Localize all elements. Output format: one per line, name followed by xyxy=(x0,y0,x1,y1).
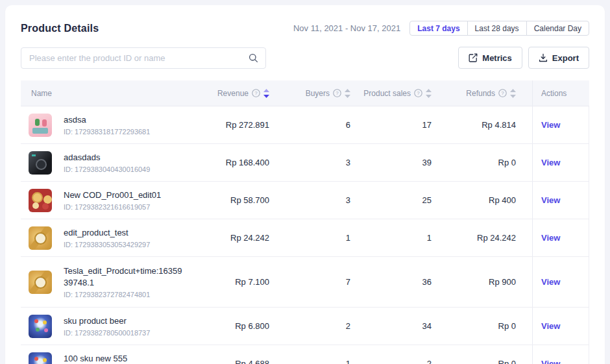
table-row: edit_product_test ID: 172938305305342929… xyxy=(21,219,589,257)
product-name: adasdads xyxy=(64,152,150,164)
date-range-label: Nov 11, 2021 - Nov 17, 2021 xyxy=(293,23,400,33)
product-thumbnail xyxy=(29,114,52,137)
svg-text:?: ? xyxy=(254,90,258,96)
help-icon[interactable]: ? xyxy=(498,89,507,97)
view-link[interactable]: View xyxy=(541,277,560,287)
view-link[interactable]: View xyxy=(541,359,560,364)
date-range-switcher: Last 7 days Last 28 days Calendar Day xyxy=(409,21,589,36)
table-row: New COD_Pro001_edit01 ID: 17293823216166… xyxy=(21,182,589,219)
metrics-button-label: Metrics xyxy=(482,53,512,63)
view-link[interactable]: View xyxy=(541,233,560,243)
title-row: Product Details Nov 11, 2021 - Nov 17, 2… xyxy=(5,5,605,36)
buyers-value: 7 xyxy=(269,277,350,287)
product-sales-value: 36 xyxy=(350,277,432,287)
product-name: asdsa xyxy=(64,114,150,126)
column-header-buyers[interactable]: Buyers ? xyxy=(269,89,350,98)
refunds-value: Rp 4.814 xyxy=(432,120,532,130)
product-name: New COD_Pro001_edit01 xyxy=(64,189,161,201)
view-link[interactable]: View xyxy=(541,321,560,331)
revenue-value: Rp 24.242 xyxy=(191,233,269,243)
table-row: 100 sku new 555 ID: 1729382780500018738 … xyxy=(21,345,589,364)
table-row: sku product beer ID: 1729382780500018737… xyxy=(21,308,589,345)
sort-control-revenue[interactable] xyxy=(263,89,269,98)
buyers-value: 3 xyxy=(269,195,350,205)
page-title: Product Details xyxy=(21,23,99,34)
column-label-refunds: Refunds xyxy=(466,89,495,98)
edit-square-icon xyxy=(469,53,478,62)
column-label-revenue: Revenue xyxy=(217,89,249,98)
buyers-value: 1 xyxy=(269,233,350,243)
toolbar: Metrics Export xyxy=(5,47,605,69)
table-row: asdsa ID: 1729383181772293681 Rp 272.891… xyxy=(21,106,589,144)
table-row: Tesla_edit_Prodcut+time:1635939748.1 ID:… xyxy=(21,257,589,308)
buyers-value: 1 xyxy=(269,359,350,364)
revenue-value: Rp 4.688 xyxy=(191,359,269,364)
refunds-value: Rp 0 xyxy=(432,158,532,167)
toolbar-buttons: Metrics Export xyxy=(458,47,589,69)
product-sales-value: 34 xyxy=(350,321,432,331)
buyers-value: 6 xyxy=(269,120,350,130)
column-header-actions: Actions xyxy=(532,80,589,106)
buyers-value: 3 xyxy=(269,158,350,167)
product-thumbnail xyxy=(29,315,52,338)
product-thumbnail xyxy=(29,352,52,364)
table-row: adasdads ID: 1729383040430016049 Rp 168.… xyxy=(21,144,589,182)
view-link[interactable]: View xyxy=(541,195,560,205)
revenue-value: Rp 58.700 xyxy=(191,195,269,205)
refunds-value: Rp 400 xyxy=(432,195,532,205)
buyers-value: 2 xyxy=(269,321,350,331)
sort-control-product-sales[interactable] xyxy=(426,89,432,98)
product-name: Tesla_edit_Prodcut+time:1635939748.1 xyxy=(64,265,182,288)
product-sales-value: 25 xyxy=(350,195,432,205)
view-link[interactable]: View xyxy=(541,120,560,130)
product-search xyxy=(21,47,266,69)
refunds-value: Rp 900 xyxy=(432,277,532,287)
product-name: edit_product_test xyxy=(64,227,150,239)
sort-control-buyers[interactable] xyxy=(345,89,350,98)
product-id: ID: 1729383181772293681 xyxy=(64,128,150,136)
refunds-value: Rp 24.242 xyxy=(432,233,532,243)
product-sales-value: 2 xyxy=(350,359,432,364)
svg-text:?: ? xyxy=(501,90,504,96)
product-sales-value: 39 xyxy=(350,158,432,167)
product-sales-value: 17 xyxy=(350,120,432,130)
range-last-28-days[interactable]: Last 28 days xyxy=(467,21,527,36)
revenue-value: Rp 6.800 xyxy=(191,321,269,331)
product-id: ID: 1729382321616619057 xyxy=(64,203,161,211)
download-icon xyxy=(539,53,548,62)
view-link[interactable]: View xyxy=(541,158,560,167)
refunds-value: Rp 0 xyxy=(432,359,532,364)
column-header-product-sales[interactable]: Product sales ? xyxy=(350,89,432,98)
export-button[interactable]: Export xyxy=(528,47,589,69)
help-icon[interactable]: ? xyxy=(414,89,422,97)
product-thumbnail xyxy=(29,189,52,212)
column-header-refunds[interactable]: Refunds ? xyxy=(432,89,532,98)
column-label-product-sales: Product sales xyxy=(363,89,411,98)
product-table: Name Revenue ? Buyers ? xyxy=(21,80,589,364)
product-name: 100 sku new 555 xyxy=(64,353,150,364)
range-last-7-days[interactable]: Last 7 days xyxy=(409,21,467,36)
svg-text:?: ? xyxy=(336,90,339,96)
search-icon[interactable] xyxy=(249,53,258,63)
product-thumbnail xyxy=(29,226,52,250)
help-icon[interactable]: ? xyxy=(252,89,260,97)
refunds-value: Rp 0 xyxy=(432,321,532,331)
search-input[interactable] xyxy=(21,47,266,69)
column-header-revenue[interactable]: Revenue ? xyxy=(191,89,269,98)
column-header-name: Name xyxy=(21,89,191,98)
product-thumbnail xyxy=(29,151,52,175)
svg-text:?: ? xyxy=(417,90,420,96)
product-name: sku product beer xyxy=(64,315,150,327)
product-sales-value: 1 xyxy=(350,233,432,243)
product-thumbnail xyxy=(29,271,52,294)
table-header: Name Revenue ? Buyers ? xyxy=(21,80,589,106)
column-label-actions: Actions xyxy=(541,89,567,98)
range-calendar-day[interactable]: Calendar Day xyxy=(526,21,589,36)
revenue-value: Rp 272.891 xyxy=(191,120,269,130)
sort-control-refunds[interactable] xyxy=(510,89,516,98)
column-label-buyers: Buyers xyxy=(306,89,330,98)
help-icon[interactable]: ? xyxy=(333,89,341,97)
product-id: ID: 1729382372782474801 xyxy=(64,291,182,298)
metrics-button[interactable]: Metrics xyxy=(458,47,522,69)
product-details-card: Product Details Nov 11, 2021 - Nov 17, 2… xyxy=(5,5,605,364)
